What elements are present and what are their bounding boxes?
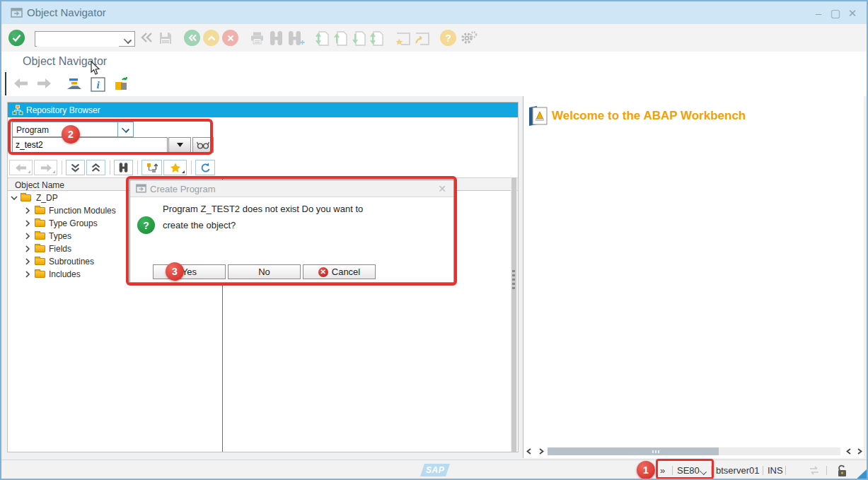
tree-root-label[interactable]: Z_DP (36, 193, 58, 203)
info-icon[interactable]: i (91, 77, 105, 92)
search-button[interactable] (114, 160, 133, 175)
tree-column-title: Object Name (15, 180, 64, 190)
unlocked-padlock-icon[interactable] (836, 464, 847, 477)
scroll-left-icon[interactable] (845, 447, 852, 455)
object-name-dropdown-button[interactable] (168, 137, 191, 153)
chevron-right-icon[interactable] (25, 233, 30, 240)
expand-all-button[interactable] (66, 160, 85, 175)
chevron-right-icon[interactable] (25, 271, 30, 278)
chevron-right-icon[interactable] (25, 207, 30, 214)
no-button[interactable]: No (228, 264, 301, 279)
panel-edge-line (5, 72, 6, 95)
create-shortcut-icon[interactable] (414, 31, 429, 45)
chevron-down-icon[interactable] (124, 36, 132, 44)
chevron-right-icon[interactable] (25, 245, 30, 252)
yes-button-label: Yes (182, 267, 197, 277)
display-hierarchy-button[interactable] (141, 160, 162, 175)
first-page-icon[interactable] (316, 31, 329, 46)
sort-list-icon[interactable] (66, 77, 82, 91)
folder-icon (35, 258, 45, 265)
chevron-down-icon (122, 125, 129, 133)
tree-item-label[interactable]: Type Groups (49, 218, 98, 228)
abap-workbench-icon (527, 105, 549, 127)
favorites-button[interactable] (163, 160, 187, 175)
scroll-right-icon[interactable] (856, 447, 864, 455)
mouse-cursor (91, 61, 100, 76)
new-session-icon[interactable] (395, 31, 410, 45)
sap-logo: SAP (420, 464, 450, 476)
repository-browser-header: Repository Browser (8, 103, 518, 117)
data-transfer-icon (808, 466, 821, 475)
tree-vertical-scrollbar[interactable] (511, 177, 517, 452)
last-page-icon[interactable] (370, 31, 383, 46)
tree-item-label[interactable]: Includes (49, 269, 81, 279)
tree-item-label[interactable]: Fields (49, 244, 71, 254)
minimize-button[interactable]: – (811, 7, 826, 19)
print-icon[interactable] (250, 32, 265, 45)
find-next-icon[interactable] (288, 31, 305, 46)
next-page-icon[interactable] (352, 31, 366, 46)
object-type-select[interactable]: Program (12, 122, 134, 137)
maximize-button[interactable]: ▢ (828, 7, 843, 20)
sap-gui-window: Object Navigator – ▢ ✕ (0, 0, 868, 480)
previous-object-button[interactable] (9, 160, 33, 175)
chevron-down-icon[interactable] (11, 195, 18, 201)
cancel-icon[interactable] (222, 30, 238, 46)
object-name-input[interactable] (12, 137, 168, 153)
horizontal-scrollbar[interactable] (525, 447, 863, 456)
display-object-button[interactable] (192, 137, 214, 153)
glasses-icon (197, 141, 209, 149)
chevron-down-icon[interactable] (700, 468, 707, 475)
system-toolbar: ? (1, 24, 867, 52)
tree-item-label[interactable]: Function Modules (49, 206, 116, 216)
collapse-command-icon[interactable] (140, 32, 153, 43)
next-object-button[interactable] (34, 160, 57, 175)
folder-icon (35, 271, 45, 278)
window-title: Object Navigator (27, 6, 106, 18)
tree-item-label[interactable]: Types (49, 231, 71, 241)
status-more-icon[interactable]: » (660, 465, 665, 476)
scroll-right-icon[interactable] (538, 447, 545, 455)
status-transaction[interactable]: SE80 (677, 465, 700, 476)
status-server: btserver01 (716, 465, 759, 476)
cancel-button[interactable]: ✕ Cancel (303, 264, 376, 279)
command-input[interactable] (37, 33, 119, 47)
tree-item-label[interactable]: Subroutines (49, 257, 94, 267)
page-header: Object Navigator (1, 52, 867, 73)
application-toolbar: i Edit Object (1, 72, 867, 97)
object-type-value: Program (16, 125, 49, 135)
close-button[interactable]: ✕ (845, 7, 860, 20)
dialog-title-bar[interactable]: Create Program ✕ (130, 180, 453, 197)
folder-icon (35, 233, 45, 240)
folder-icon (35, 207, 45, 214)
save-icon[interactable] (158, 31, 173, 45)
command-field[interactable] (35, 31, 135, 47)
find-icon[interactable] (270, 31, 283, 45)
customize-icon[interactable] (461, 30, 478, 46)
back-icon[interactable] (184, 30, 200, 46)
exit-icon[interactable] (203, 30, 219, 46)
refresh-button[interactable] (195, 160, 215, 175)
dialog-title: Create Program (150, 184, 215, 194)
scroll-left-icon[interactable] (525, 447, 533, 455)
dialog-close-icon[interactable]: ✕ (438, 183, 446, 194)
collapse-all-button[interactable] (86, 160, 105, 175)
select-arrow-button[interactable] (117, 122, 133, 136)
help-icon[interactable]: ? (440, 30, 456, 46)
yes-button[interactable]: Yes (153, 264, 226, 279)
history-forward-icon[interactable] (37, 78, 51, 88)
chevron-right-icon[interactable] (25, 220, 30, 227)
folder-icon (35, 245, 45, 252)
star-icon (170, 163, 181, 173)
scrollbar-thumb[interactable] (511, 177, 516, 452)
scrollbar-thumb[interactable] (548, 447, 719, 455)
edit-object-icon[interactable] (113, 76, 129, 92)
enter-button[interactable] (8, 30, 25, 46)
previous-page-icon[interactable] (334, 31, 347, 46)
refresh-icon (200, 163, 211, 173)
dialog-message-line2: create the object? (163, 220, 236, 230)
history-back-icon[interactable] (14, 78, 28, 88)
dialog-message-line1: Program Z_TEST2 does not exist Do you wa… (163, 204, 363, 214)
resize-grip[interactable] (855, 469, 867, 480)
chevron-right-icon[interactable] (25, 258, 30, 265)
